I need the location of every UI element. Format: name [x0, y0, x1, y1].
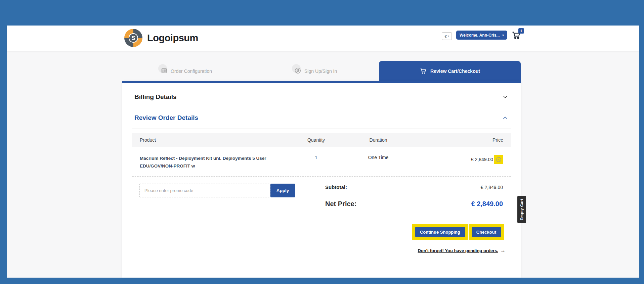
user-icon [294, 67, 301, 75]
chevron-down-icon: ▾ [448, 35, 449, 38]
empty-cart-label: Empty Cart [520, 199, 524, 220]
checkout-card: Billing Details Review Order Details Pro… [122, 81, 521, 278]
continue-shopping-button[interactable]: Continue Shopping [415, 227, 465, 237]
highlight-box [494, 155, 503, 164]
promo-code-input[interactable] [139, 184, 270, 197]
review-order-details-accordion[interactable]: Review Order Details [132, 108, 511, 127]
net-price-label: Net Price: [325, 200, 356, 208]
tab-sign-up-sign-in[interactable]: Sign Up/Sign In [294, 61, 337, 81]
currency-symbol: € [444, 34, 446, 38]
site-header: S Logoipsum € ▾ Welcome, Ann-Cris... ▾ 1 [7, 26, 639, 51]
dashed-divider [132, 176, 511, 177]
subtotal-label: Subtotal: [325, 184, 347, 190]
product-name-line2: EDU/GOV/NON-PROFIT w [140, 162, 289, 170]
account-menu-button[interactable]: Welcome, Ann-Cris... ▾ [456, 31, 507, 40]
promo-code-group: Apply [139, 184, 295, 197]
remove-item-button[interactable] [495, 156, 502, 163]
logoipsum-icon: S [124, 29, 142, 47]
welcome-label: Welcome, Ann-Cris... [460, 33, 500, 38]
highlight-box: Continue Shopping [412, 224, 468, 240]
tab-order-configuration[interactable]: Order Configuration [161, 61, 212, 81]
arrow-right-icon: → [500, 247, 506, 253]
review-order-details-title: Review Order Details [134, 114, 198, 122]
logo-text: Logoipsum [147, 33, 198, 44]
apply-promo-button[interactable]: Apply [270, 184, 295, 197]
main-area: Order Configuration Sign Up/Sign In [7, 51, 639, 278]
storefront-page: S Logoipsum € ▾ Welcome, Ann-Cris... ▾ 1 [7, 26, 639, 278]
divider [132, 108, 511, 108]
actions-row: Continue Shopping Checkout [412, 224, 504, 240]
table-row: Macrium Reflect - Deployment Kit unl. De… [132, 147, 511, 170]
cart-button[interactable]: 1 [511, 30, 522, 41]
pending-orders-link[interactable]: Don't forget! You have pending orders. → [418, 247, 506, 253]
column-header-product: Product [140, 137, 289, 143]
empty-cart-tab[interactable]: Empty Cart [517, 196, 526, 223]
product-duration: One Time [343, 155, 414, 160]
tab-review-cart-checkout[interactable]: Review Cart/Checkout [379, 61, 521, 81]
column-header-quantity: Quantity [289, 137, 343, 143]
chevron-up-icon [502, 114, 509, 121]
column-header-duration: Duration [343, 137, 414, 143]
totals-block: Subtotal: € 2,849.00 Net Price: € 2,849.… [325, 182, 503, 208]
billing-details-accordion[interactable]: Billing Details [132, 88, 511, 106]
product-quantity: 1 [289, 155, 343, 160]
cart-icon [420, 67, 427, 75]
currency-selector[interactable]: € ▾ [442, 32, 452, 40]
tab-label: Sign Up/Sign In [304, 68, 337, 74]
checkout-button[interactable]: Checkout [472, 227, 501, 237]
highlight-box: Checkout [469, 224, 504, 240]
remove-item-icon [496, 156, 502, 163]
pending-orders-text: Don't forget! You have pending orders. [418, 248, 498, 253]
subtotal-value: € 2,849.00 [481, 185, 503, 190]
cart-count-badge: 1 [518, 28, 524, 34]
product-price: € 2,849.00 [471, 157, 493, 162]
column-header-price: Price [414, 137, 503, 143]
chevron-down-icon [502, 94, 509, 100]
divider [132, 129, 511, 129]
chevron-down-icon: ▾ [502, 34, 504, 37]
logo[interactable]: S Logoipsum [124, 29, 198, 47]
tab-label: Review Cart/Checkout [430, 68, 480, 74]
order-configuration-icon [161, 67, 168, 75]
order-table-header: Product Quantity Duration Price [132, 133, 511, 147]
tab-label: Order Configuration [171, 68, 212, 74]
product-name-line1: Macrium Reflect - Deployment Kit unl. De… [140, 155, 289, 162]
screenshot-frame: S Logoipsum € ▾ Welcome, Ann-Cris... ▾ 1 [0, 0, 644, 284]
net-price-value: € 2,849.00 [471, 200, 503, 208]
billing-details-title: Billing Details [134, 93, 177, 101]
